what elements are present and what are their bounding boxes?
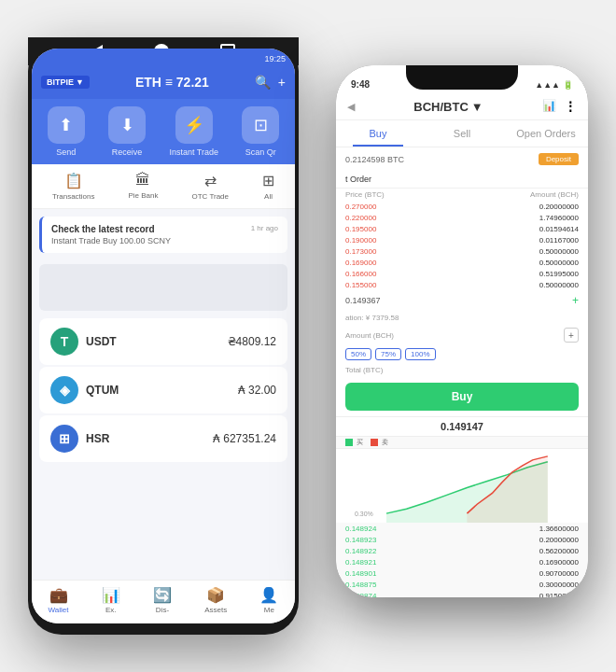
balance-row: 0.2124598 BTC Deposit [336, 147, 588, 171]
transactions-icon: 📋 [64, 172, 83, 189]
bank-icon: 🏛 [135, 172, 150, 189]
table-row: 0.1550000.50000000 [336, 279, 588, 290]
bottom-nav-dis[interactable]: 🔄 Dis- [153, 586, 172, 614]
pct-75[interactable]: 75% [375, 348, 401, 360]
table-row: 0.2200001.74960000 [336, 212, 588, 223]
search-icon[interactable]: 🔍 [255, 75, 271, 90]
bitpie-logo[interactable]: BITPIE ▼ [41, 76, 90, 89]
table-row: 0.1730000.50000000 [336, 245, 588, 257]
table-row: 0.1950000.01594614 [336, 223, 588, 234]
order-type-row[interactable]: t Order [336, 171, 588, 189]
ex-icon: 📊 [102, 586, 120, 604]
deposit-button[interactable]: Deposit [539, 153, 579, 165]
receive-button[interactable]: ⬇ Receive [108, 106, 146, 157]
hsr-name: HSR [86, 432, 109, 445]
hsr-icon: ⊞ [50, 425, 78, 453]
usdt-balance: ₴4809.12 [228, 335, 276, 348]
table-row: 0.1489230.20000000 [336, 534, 588, 545]
calc-row: ation: ¥ 7379.58 [336, 311, 588, 325]
spacer-block [39, 264, 287, 311]
assets-icon: 📦 [206, 586, 225, 604]
table-row: 0.1660000.51995000 [336, 268, 588, 279]
bottom-nav-ex[interactable]: 📊 Ex. [102, 586, 120, 614]
price-cols-header: Price (BTC) Amount (BCH) [336, 189, 588, 201]
table-row: 0.1489210.16900000 [336, 556, 588, 567]
tab-sell[interactable]: Sell [420, 120, 504, 147]
bottom-nav-assets[interactable]: 📦 Assets [204, 586, 227, 614]
send-button[interactable]: ⬆ Send [48, 106, 85, 157]
total-row: Total (BTC) [336, 363, 588, 377]
chart-icon[interactable]: 📊 [542, 99, 556, 114]
table-row: 0.1900000.01167000 [336, 234, 588, 245]
send-label: Send [56, 147, 76, 157]
table-row: 买 卖 [336, 437, 588, 448]
android-phone: 19:25 BITPIE ▼ ETH ≡ 72.21 🔍 + [28, 37, 299, 635]
price-input-row: 0.149367 + [336, 290, 588, 311]
qtum-icon: ◈ [50, 376, 78, 404]
receive-icon: ⬇ [108, 106, 146, 144]
wallet-item-usdt[interactable]: T USDT ₴4809.12 [39, 318, 287, 365]
header-balance: ETH ≡ 72.21 [135, 75, 209, 90]
header-icons: 🔍 + [255, 75, 286, 90]
instant-trade-label: Instant Trade [169, 147, 218, 157]
qr-icon: ⊡ [242, 106, 279, 144]
table-row: 0.1489241.36600000 [336, 523, 588, 534]
notification-bar[interactable]: Check the latest record Instant Trade Bu… [39, 217, 287, 253]
android-header: BITPIE ▼ ETH ≡ 72.21 🔍 + [32, 69, 295, 99]
notif-time: 1 hr ago [251, 224, 278, 232]
tab-buy[interactable]: Buy [336, 120, 420, 147]
scan-label: Scan Qr [245, 147, 276, 157]
android-time: 19:25 [264, 54, 286, 63]
more-icon[interactable]: ⋮ [564, 99, 577, 114]
wallet-item-hsr[interactable]: ⊞ HSR ₳ 627351.24 [39, 415, 287, 462]
table-row: 0.1489010.90700000 [336, 567, 588, 579]
nav-transactions[interactable]: 📋 Transactions [52, 172, 95, 201]
bottom-nav-wallet[interactable]: 💼 Wallet [49, 586, 69, 614]
instant-trade-button[interactable]: ⚡ Instant Trade [169, 106, 218, 157]
lightning-icon: ⚡ [175, 106, 213, 144]
order-book-bids: 买 卖 [336, 437, 588, 597]
wallet-icon: 💼 [49, 586, 68, 604]
nav-otc-trade[interactable]: ⇄ OTC Trade [191, 172, 229, 201]
pct-100[interactable]: 100% [405, 348, 435, 360]
ios-header-icons: 📊 ⋮ [542, 99, 577, 114]
buy-button[interactable]: Buy [345, 383, 579, 411]
plus-btn-amount[interactable]: + [564, 328, 579, 343]
usdt-name: USDT [86, 335, 117, 348]
bottom-nav-me[interactable]: 👤 Me [259, 586, 278, 614]
notif-subtitle: Instant Trade Buy 100.00 SCNY [51, 236, 171, 245]
plus-button[interactable]: + [572, 294, 579, 307]
plus-icon[interactable]: + [278, 75, 286, 90]
nav-all[interactable]: ⊞ All [262, 172, 274, 201]
table-row: 0.1488750.30000000 [336, 579, 588, 590]
order-book-asks: 0.2700000.20000000 0.2200001.74960000 0.… [336, 201, 588, 290]
pct-50[interactable]: 50% [345, 348, 371, 360]
wallet-item-qtum[interactable]: ◈ QTUM ₳ 32.00 [39, 367, 287, 413]
ios-tabs: Buy Sell Open Orders [336, 120, 588, 147]
android-bottom-nav: 💼 Wallet 📊 Ex. 🔄 Dis- 📦 Assets 👤 [32, 580, 295, 623]
receive-label: Receive [112, 147, 143, 157]
scan-qr-button[interactable]: ⊡ Scan Qr [242, 106, 279, 157]
dis-icon: 🔄 [153, 586, 172, 604]
table-row: 0.1488740.91500000 [336, 590, 588, 597]
mid-price: 0.149147 [336, 416, 588, 437]
nav-pie-bank[interactable]: 🏛 Pie Bank [128, 172, 158, 201]
balance-amount: 0.2124598 BTC [345, 155, 404, 164]
table-row: 0.1690000.50000000 [336, 257, 588, 268]
depth-chart: 0.30% [336, 448, 588, 523]
hsr-balance: ₳ 627351.24 [213, 432, 276, 445]
all-icon: ⊞ [262, 172, 274, 189]
tab-open-orders[interactable]: Open Orders [504, 120, 588, 147]
ios-notch [406, 65, 518, 90]
ios-header: ◀ BCH/BTC ▼ 📊 ⋮ [336, 93, 588, 120]
android-screen: 19:25 BITPIE ▼ ETH ≡ 72.21 🔍 + [32, 49, 295, 623]
wallet-list: T USDT ₴4809.12 ◈ QTUM ₳ 32.00 ⊞ HSR [39, 318, 287, 462]
android-status-bar: 19:25 [32, 49, 295, 69]
me-icon: 👤 [259, 586, 278, 604]
ios-time: 9:48 [351, 79, 370, 90]
android-nav-row: 📋 Transactions 🏛 Pie Bank ⇄ OTC Trade ⊞ … [32, 164, 295, 209]
amount-input-row: Amount (BCH) + [336, 325, 588, 345]
chart-pct: 0.30% [355, 511, 373, 517]
action-buttons: ⬆ Send ⬇ Receive ⚡ Instant Trade ⊡ Scan … [32, 99, 295, 164]
table-row: 0.2700000.20000000 [336, 201, 588, 212]
